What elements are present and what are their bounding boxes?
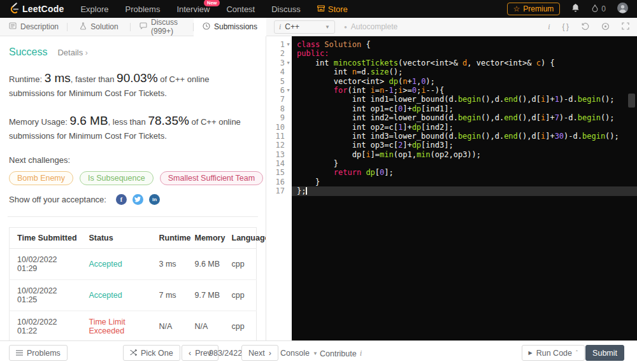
editor-code-area[interactable]: class Solution {public: int mincostTicke… bbox=[292, 36, 637, 340]
code-line[interactable]: vector<int> dp(n+1,0); bbox=[292, 77, 637, 86]
twitter-share-icon[interactable] bbox=[132, 194, 143, 205]
line-number: 17 bbox=[276, 186, 285, 195]
code-line[interactable]: return dp[0]; bbox=[292, 168, 637, 177]
cell-memory: N/A bbox=[187, 311, 224, 340]
avatar[interactable] bbox=[617, 3, 628, 16]
line-number: 4 bbox=[280, 67, 285, 76]
daily-streak[interactable]: 0 bbox=[591, 4, 606, 15]
cell-status-link[interactable]: Time Limit Exceeded bbox=[82, 311, 152, 340]
star-icon: ☆ bbox=[513, 4, 520, 13]
code-line[interactable]: public: bbox=[292, 49, 637, 58]
pick-one-button[interactable]: Pick One bbox=[123, 345, 180, 361]
line-number: 1 bbox=[280, 40, 285, 49]
header-status: Status bbox=[82, 228, 152, 249]
tab-discuss[interactable]: Discuss (999+) bbox=[131, 18, 194, 36]
tab-description[interactable]: Description bbox=[0, 18, 68, 36]
flame-icon bbox=[591, 4, 599, 15]
next-challenges-label: Next challenges: bbox=[9, 155, 257, 165]
runtime-summary: Runtime: 3 ms, faster than 90.03% of C++… bbox=[9, 69, 257, 101]
braces-format-icon[interactable]: { } bbox=[562, 23, 569, 31]
fold-toggle-icon[interactable]: ▼ bbox=[285, 86, 292, 95]
brand-name: LeetCode bbox=[22, 4, 64, 14]
submission-status: Success bbox=[9, 46, 47, 58]
tab-submissions[interactable]: Submissions bbox=[194, 18, 266, 36]
discuss-icon bbox=[140, 22, 147, 31]
tab-bar: Description Solution Discuss (999+) bbox=[0, 18, 637, 36]
facebook-share-icon[interactable]: f bbox=[116, 194, 127, 205]
divider bbox=[8, 216, 258, 217]
console-toggle[interactable]: Console ▼ bbox=[280, 349, 318, 358]
nav-item-contest[interactable]: Contest bbox=[226, 4, 255, 14]
nav-item-explore[interactable]: Explore bbox=[80, 4, 108, 14]
code-editor[interactable]: 1▼23▼456▼7891011121314151617 class Solut… bbox=[266, 36, 637, 340]
language-select[interactable]: i C++ ▼ bbox=[274, 20, 335, 34]
code-line[interactable]: int n=d.size(); bbox=[292, 67, 637, 76]
code-line[interactable]: int op3=c[2]+dp[ind3]; bbox=[292, 141, 637, 150]
linkedin-share-icon[interactable]: in bbox=[149, 194, 160, 205]
problems-button[interactable]: Problems bbox=[9, 345, 68, 361]
premium-button[interactable]: ☆ Premium bbox=[507, 3, 561, 15]
challenge-bomb-enemy[interactable]: Bomb Enemy bbox=[9, 171, 73, 185]
nav-item-store[interactable]: Store bbox=[317, 4, 348, 14]
code-line[interactable]: dp[i]=min(op1,min(op2,op3)); bbox=[292, 150, 637, 159]
tabs: Description Solution Discuss (999+) bbox=[0, 18, 266, 36]
description-icon bbox=[9, 22, 17, 31]
code-line[interactable]: for(int i=n-1;i>=0;i--){ bbox=[292, 86, 637, 95]
cell-status-link[interactable]: Accepted bbox=[82, 280, 152, 311]
code-line[interactable]: int mincostTickets(vector<int>& d, vecto… bbox=[292, 59, 637, 67]
editor-scrollbar-thumb[interactable] bbox=[628, 94, 635, 108]
header-memory: Memory bbox=[187, 228, 224, 249]
code-line[interactable]: } bbox=[292, 178, 637, 186]
header-runtime: Runtime bbox=[152, 228, 187, 249]
table-row: 10/02/2022 01:29 Accepted 3 ms 9.6 MB cp… bbox=[10, 249, 257, 280]
leetcode-logo[interactable]: LeetCode bbox=[9, 2, 64, 16]
store-icon bbox=[317, 4, 325, 14]
clock-icon bbox=[203, 22, 210, 32]
share-row: Show off your acceptance: f in bbox=[9, 194, 257, 205]
autocomplete-toggle[interactable]: ● Autocomplete bbox=[344, 22, 397, 31]
challenge-is-subsequence[interactable]: Is Subsequence bbox=[80, 171, 154, 185]
submit-button[interactable]: Submit bbox=[585, 345, 624, 361]
cell-time: 10/02/2022 01:25 bbox=[10, 280, 82, 311]
code-line[interactable]: class Solution { bbox=[292, 40, 637, 49]
cell-time: 10/02/2022 01:29 bbox=[10, 249, 82, 280]
table-row: 10/02/2022 01:25 Accepted 7 ms 9.7 MB cp… bbox=[10, 280, 257, 311]
memory-summary: Memory Usage: 9.6 MB, less than 78.35% o… bbox=[9, 111, 257, 143]
nav-item-discuss[interactable]: Discuss bbox=[271, 4, 301, 14]
text-cursor bbox=[306, 187, 307, 195]
fold-toggle-icon[interactable]: ▼ bbox=[285, 59, 292, 67]
problem-position: 983/2422 bbox=[209, 349, 242, 358]
fullscreen-icon[interactable] bbox=[622, 22, 629, 31]
details-link[interactable]: Details › bbox=[57, 48, 87, 57]
tab-solution[interactable]: Solution bbox=[68, 18, 131, 36]
code-line[interactable]: } bbox=[292, 159, 637, 168]
contribute-link[interactable]: Contribute i bbox=[320, 349, 362, 358]
fold-toggle-icon[interactable]: ▼ bbox=[285, 40, 292, 49]
notifications-bell-icon[interactable] bbox=[571, 3, 580, 15]
nav-item-interview[interactable]: Interview New bbox=[176, 4, 210, 14]
submissions-table: Time Submitted Status Runtime Memory Lan… bbox=[9, 227, 257, 340]
code-line[interactable]: }; bbox=[292, 186, 637, 195]
share-label: Show off your acceptance: bbox=[9, 195, 106, 204]
nav-item-problems[interactable]: Problems bbox=[125, 4, 160, 14]
cell-time: 10/02/2022 01:22 bbox=[10, 311, 82, 340]
code-line[interactable]: int op2=c[1]+dp[ind2]; bbox=[292, 123, 637, 132]
cell-language: cpp bbox=[224, 249, 257, 280]
code-line[interactable]: int op1=c[0]+dp[ind1]; bbox=[292, 104, 637, 113]
next-button[interactable]: Next › bbox=[241, 345, 278, 361]
challenge-smallest-sufficient-team[interactable]: Smallest Sufficient Team bbox=[160, 171, 263, 185]
code-line[interactable]: int ind1=lower_bound(d.begin(),d.end(),d… bbox=[292, 95, 637, 104]
reset-code-icon[interactable] bbox=[581, 22, 589, 32]
cell-status-link[interactable]: Accepted bbox=[82, 249, 152, 280]
cell-runtime: N/A bbox=[152, 311, 187, 340]
runtime-percentile: 90.03% bbox=[117, 71, 157, 85]
cell-runtime: 3 ms bbox=[152, 249, 187, 280]
run-code-button[interactable]: ▶ Run Code ˆ bbox=[522, 345, 585, 361]
code-line[interactable]: int ind2=lower_bound(d.begin(),d.end(),d… bbox=[292, 113, 637, 122]
editor-info-icon[interactable]: i bbox=[548, 23, 550, 31]
target-icon[interactable] bbox=[601, 22, 610, 32]
code-line[interactable]: int ind3=lower_bound(d.begin(),d.end(),d… bbox=[292, 132, 637, 141]
shuffle-icon bbox=[130, 349, 137, 358]
cell-memory: 9.6 MB bbox=[187, 249, 224, 280]
chevron-down-icon: ▼ bbox=[313, 351, 318, 356]
